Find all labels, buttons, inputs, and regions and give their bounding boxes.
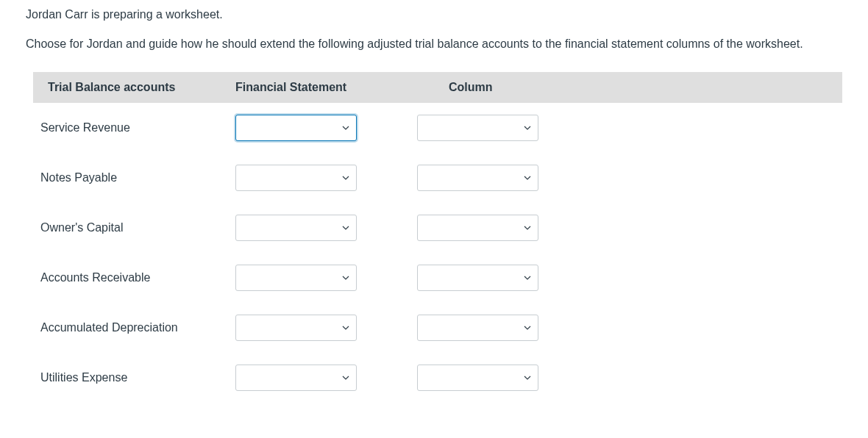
financial-statement-select[interactable] — [235, 365, 357, 391]
financial-statement-select-wrapper — [235, 265, 357, 291]
table-row: Owner's Capital — [33, 203, 842, 253]
financial-statement-select[interactable] — [235, 215, 357, 241]
column-select-wrapper — [417, 265, 538, 291]
column-select-wrapper — [417, 365, 538, 391]
table-row: Notes Payable — [33, 153, 842, 203]
financial-statement-select[interactable] — [235, 265, 357, 291]
table-row: Accounts Receivable — [33, 253, 842, 303]
table-row: Accumulated Depreciation — [33, 303, 842, 353]
table-header-row: Trial Balance accounts Financial Stateme… — [33, 72, 842, 103]
account-label: Notes Payable — [33, 171, 235, 184]
column-select-wrapper — [417, 315, 538, 341]
header-financial-statement: Financial Statement — [235, 81, 449, 94]
account-label: Owner's Capital — [33, 221, 235, 234]
header-trial-balance: Trial Balance accounts — [33, 81, 235, 94]
table-row: Service Revenue — [33, 103, 842, 153]
financial-statement-select-wrapper — [235, 315, 357, 341]
financial-statement-select-wrapper — [235, 165, 357, 191]
question-intro: Jordan Carr is preparing a worksheet. Ch… — [26, 6, 842, 53]
financial-statement-select[interactable] — [235, 115, 357, 141]
financial-statement-select[interactable] — [235, 315, 357, 341]
column-select[interactable] — [417, 215, 538, 241]
header-column: Column — [449, 81, 552, 94]
table-row: Utilities Expense — [33, 353, 842, 403]
financial-statement-select-wrapper — [235, 115, 357, 141]
column-select[interactable] — [417, 165, 538, 191]
account-label: Service Revenue — [33, 121, 235, 134]
intro-paragraph-2: Choose for Jordan and guide how he shoul… — [26, 35, 842, 53]
account-label: Utilities Expense — [33, 371, 235, 384]
column-select-wrapper — [417, 115, 538, 141]
account-label: Accumulated Depreciation — [33, 321, 235, 334]
column-select[interactable] — [417, 315, 538, 341]
intro-paragraph-1: Jordan Carr is preparing a worksheet. — [26, 6, 842, 24]
column-select[interactable] — [417, 265, 538, 291]
column-select[interactable] — [417, 115, 538, 141]
financial-statement-select[interactable] — [235, 165, 357, 191]
financial-statement-select-wrapper — [235, 365, 357, 391]
financial-statement-select-wrapper — [235, 215, 357, 241]
column-select[interactable] — [417, 365, 538, 391]
worksheet-table: Trial Balance accounts Financial Stateme… — [33, 72, 842, 403]
account-label: Accounts Receivable — [33, 271, 235, 284]
column-select-wrapper — [417, 165, 538, 191]
column-select-wrapper — [417, 215, 538, 241]
